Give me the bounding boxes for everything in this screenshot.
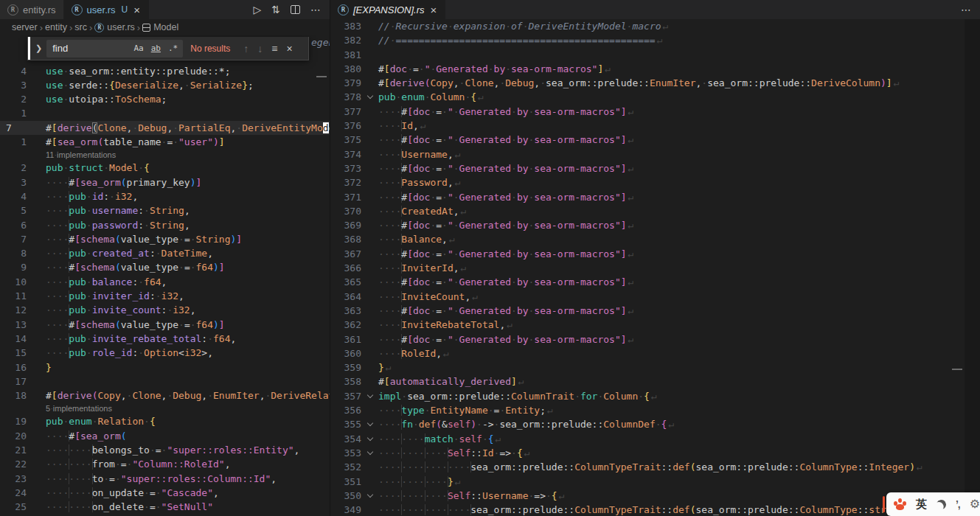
code-line: 23········to·=·"super::roles::Column::Id… — [0, 472, 330, 486]
find-widget-sash[interactable] — [28, 37, 30, 60]
find-input[interactable]: find Aa ab .* — [46, 40, 183, 57]
find-nav: ↑ ↓ ≡ × — [243, 43, 292, 55]
code-line: 374····Username,↵ — [330, 147, 980, 161]
fold-chevron-icon[interactable] — [361, 489, 378, 503]
code-line: 361····#[doc·=·"·Generated·by·sea-orm-ma… — [330, 332, 980, 346]
code-line: 365····#[doc·=·"·Generated·by·sea-orm-ma… — [330, 275, 980, 289]
code-line: 15····pub·role_id:·Option<i32>, — [0, 346, 330, 360]
code-line: 376····Id,↵ — [330, 119, 980, 133]
code-editor-right[interactable]: 383//·Recursive·expansion·of·DeriveEntit… — [330, 19, 980, 516]
breadcrumb-item-src[interactable]: src — [74, 22, 87, 32]
code-line: 5·implementations — [0, 402, 330, 414]
tab-label: entity.rs — [23, 4, 56, 15]
code-line: 4····pub·id:·i32, — [0, 189, 330, 203]
breadcrumb-separator: › — [69, 22, 72, 33]
ime-language-toggle[interactable]: 英 — [916, 498, 927, 512]
code-line: 381 — [330, 48, 980, 62]
code-editor-left[interactable]: egen4use·sea_orm::entity::prelude::*;3us… — [0, 35, 330, 516]
ime-punctuation-icon[interactable]: ’, — [956, 498, 960, 510]
code-line: 19pub·enum·Relation·{ — [0, 414, 330, 428]
overview-ruler-mark — [316, 76, 327, 77]
code-line: 367····#[doc·=·"·Generated·by·sea-orm-ma… — [330, 247, 980, 261]
tabbar-right: R [EXPANSION].rs × ⋯ — [330, 0, 980, 19]
code-line: 16} — [0, 360, 330, 374]
previous-match-icon[interactable]: ↑ — [243, 43, 249, 55]
fold-chevron-icon[interactable] — [361, 417, 378, 431]
code-line: 377····#[doc·=·"·Generated·by·sea-orm-ma… — [330, 105, 980, 119]
code-line: 372····Password,↵ — [330, 175, 980, 189]
code-line: 12····pub·invite_count:·i32, — [0, 303, 330, 317]
code-line: 10····pub·balance:·f64, — [0, 275, 330, 289]
rust-file-icon: R — [7, 4, 18, 15]
code-line: 364····InviteCount,↵ — [330, 290, 980, 304]
ime-paw-icon[interactable] — [894, 498, 906, 510]
open-changes-icon[interactable]: ⇅ — [271, 4, 280, 15]
find-in-selection-icon[interactable]: ≡ — [271, 43, 277, 55]
code-line: 2use·utoipa::ToSchema; — [0, 92, 330, 106]
breadcrumb-item-entity[interactable]: entity — [45, 22, 67, 32]
regex-icon[interactable]: .* — [166, 43, 180, 54]
toggle-replace-chevron-icon[interactable]: ❯ — [28, 43, 46, 53]
editor-actions: ⋯ — [952, 0, 980, 19]
tab-entity-rs[interactable]: R entity.rs — [0, 0, 64, 19]
code-line: 359}↵ — [330, 360, 980, 374]
more-actions-icon[interactable]: ⋯ — [310, 4, 321, 15]
scrollbar-track[interactable] — [965, 19, 980, 516]
ime-accent-notch — [883, 496, 885, 512]
code-line: 1#[sea_orm(table_name·=·"user")] — [0, 135, 330, 149]
code-line: 363····#[doc·=·"·Generated·by·sea-orm-ma… — [330, 304, 980, 318]
code-line: 370····CreatedAt,↵ — [330, 204, 980, 218]
symbol-structure-icon — [142, 24, 150, 32]
moon-icon[interactable] — [935, 498, 947, 510]
gear-icon[interactable]: ⚙ — [970, 498, 980, 510]
breadcrumb-item-user-rs[interactable]: R user.rs — [94, 22, 135, 32]
code-line: 353············Self::Id·=>·{↵ — [330, 446, 980, 460]
whole-word-icon[interactable]: ab — [149, 43, 163, 54]
run-icon[interactable]: ▷ — [253, 4, 261, 15]
breadcrumb-item-server[interactable]: server — [12, 22, 38, 32]
code-line: 362····InviteRebateTotal,↵ — [330, 318, 980, 332]
next-match-icon[interactable]: ↓ — [257, 43, 263, 55]
tab-user-rs[interactable]: R user.rs U × — [64, 0, 149, 19]
code-line: 17 — [0, 374, 330, 388]
overview-ruler-mark — [952, 369, 962, 370]
split-editor-icon[interactable] — [291, 5, 300, 14]
breadcrumb-item-model[interactable]: Model — [142, 22, 178, 32]
breadcrumb-separator: › — [137, 22, 140, 33]
code-line: 382//·==================================… — [330, 33, 980, 47]
vscode-window: R entity.rs R user.rs U × ▷ ⇅ ⋯ server ›… — [0, 0, 980, 516]
code-line: 375····#[doc·=·"·Generated·by·sea-orm-ma… — [330, 133, 980, 147]
find-widget: ❯ find Aa ab .* No results ↑ ↓ ≡ × — [27, 37, 309, 60]
code-line: 351············}↵ — [330, 475, 980, 489]
code-line: 5····pub·username:·String, — [0, 203, 330, 217]
code-line: 11·implementations — [0, 149, 330, 161]
code-line: 369····#[doc·=·"·Generated·by·sea-orm-ma… — [330, 218, 980, 232]
code-line: 25········on_delete·=·"SetNull" — [0, 500, 330, 514]
find-toggles: Aa ab .* — [131, 43, 183, 54]
fold-chevron-icon[interactable] — [361, 432, 378, 446]
code-line: 13····#[schema(value_type·=·f64)] — [0, 318, 330, 332]
tab-label: user.rs — [87, 4, 116, 15]
code-line: 21········belongs_to·=·"super::roles::En… — [0, 443, 330, 457]
code-line: 368····Balance,↵ — [330, 232, 980, 246]
code-line: 356····type·EntityName·=·Entity;↵ — [330, 403, 980, 417]
match-case-icon[interactable]: Aa — [131, 43, 145, 54]
find-results-label: No results — [190, 43, 242, 54]
fold-chevron-icon[interactable] — [361, 389, 378, 403]
breadcrumb-separator: › — [40, 22, 43, 33]
code-line: 20····#[sea_orm( — [0, 429, 330, 443]
tab-expansion-rs[interactable]: R [EXPANSION].rs × — [330, 0, 445, 19]
code-line: 366····InviterId,↵ — [330, 261, 980, 275]
fold-chevron-icon[interactable] — [361, 90, 378, 104]
code-line: 358#[automatically_derived]↵ — [330, 374, 980, 388]
code-line: 6····pub·password:·String, — [0, 218, 330, 232]
close-icon[interactable]: × — [132, 4, 142, 15]
fold-chevron-icon[interactable] — [361, 446, 378, 460]
code-line: 380#[doc·=·"·Generated·by·sea-orm-macros… — [330, 62, 980, 76]
close-icon[interactable]: × — [429, 4, 439, 15]
more-actions-icon[interactable]: ⋯ — [961, 4, 971, 15]
editor-actions: ▷ ⇅ ⋯ — [244, 0, 330, 19]
code-line: 355····fn·def(&self)·->·sea_orm::prelude… — [330, 417, 980, 431]
rust-file-icon: R — [72, 4, 83, 15]
close-find-icon[interactable]: × — [286, 43, 292, 55]
